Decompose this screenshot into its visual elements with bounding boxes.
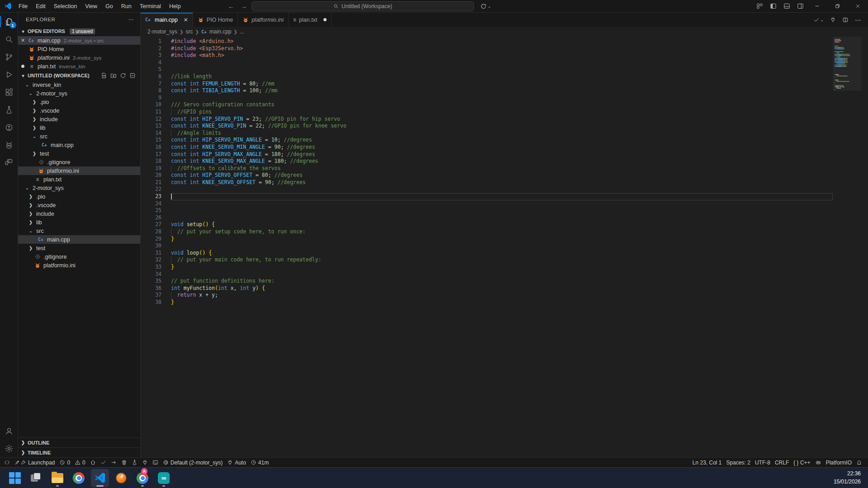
split-editor-icon[interactable] — [842, 17, 849, 23]
tree-item-platformio-ini[interactable]: platformio.ini — [18, 261, 140, 270]
activity-extensions-icon[interactable] — [0, 83, 18, 101]
breadcrumb-item[interactable]: src — [185, 28, 193, 35]
status-ln-23-col-1[interactable]: Ln 23, Col 1 — [690, 458, 724, 468]
new-file-icon[interactable] — [101, 72, 107, 79]
activity-remote-explorer-icon[interactable] — [0, 118, 18, 136]
close-tab-icon[interactable]: ✕ — [184, 17, 188, 23]
open-editor-item[interactable]: PIO Home — [18, 45, 140, 53]
open-editor-item[interactable]: platformio.ini2-motor_sys — [18, 53, 140, 62]
more-actions-icon[interactable]: ⋯ — [855, 16, 862, 24]
breadcrumb-item[interactable]: ... — [240, 28, 244, 35]
tree-item--vscode[interactable]: ❯.vscode — [18, 201, 140, 209]
activity-files-icon[interactable]: 1 — [0, 13, 18, 30]
activity-platformio-icon[interactable] — [0, 136, 18, 154]
taskbar-vscode-icon[interactable] — [91, 469, 109, 487]
breadcrumb-item[interactable]: main.cpp — [209, 28, 232, 35]
status-utf-8[interactable]: UTF-8 — [753, 458, 773, 468]
forward-button[interactable]: → — [239, 3, 249, 10]
status-flask[interactable] — [129, 458, 140, 468]
close-editor-icon[interactable]: ✕ — [18, 38, 28, 43]
refresh-icon[interactable] — [120, 72, 126, 79]
breadcrumb-item[interactable]: 2-motor_sys — [147, 28, 177, 35]
toggle-secondary-sidebar-icon[interactable] — [793, 0, 807, 13]
menu-selection[interactable]: Selection — [50, 0, 81, 13]
close-button[interactable] — [848, 0, 868, 13]
activity-run-debug-icon[interactable] — [0, 66, 18, 83]
sync-dropdown-icon[interactable]: ⌄ — [480, 3, 491, 9]
tree-item-plan-txt[interactable]: ≡plan.txt — [18, 175, 140, 184]
workspace-header[interactable]: ▾ UNTITLED (WORKSPACE) — [18, 71, 140, 81]
menu-help[interactable]: Help — [165, 0, 185, 13]
modified-dot-icon[interactable] — [323, 18, 327, 21]
customize-layout-icon[interactable] — [753, 0, 766, 13]
status-auto[interactable]: Auto — [225, 458, 248, 468]
status-launchpad[interactable]: Launchpad — [12, 458, 57, 468]
taskbar-chrome-profile-icon[interactable]: A — [133, 469, 152, 487]
taskbar-arduino-icon[interactable]: ∞ — [155, 469, 173, 487]
status-home[interactable] — [88, 458, 98, 468]
run-build-task-icon[interactable]: ⌄ — [813, 17, 824, 23]
status-trash[interactable] — [119, 458, 129, 468]
timeline-header[interactable]: ❯ TIMELINE — [18, 447, 140, 457]
menu-terminal[interactable]: Terminal — [136, 0, 165, 13]
status-platformio[interactable]: PlatformIO — [824, 458, 854, 468]
tree-item-test[interactable]: ❯test — [18, 244, 140, 252]
taskbar-clock[interactable]: 22:36 15/01/2026 — [834, 470, 868, 486]
tab-plan-txt[interactable]: ≡plan.txt — [289, 13, 332, 27]
toggle-panel-icon[interactable] — [780, 0, 793, 13]
back-button[interactable]: ← — [226, 3, 236, 10]
explorer-more-actions-icon[interactable]: ⋯ — [128, 16, 134, 23]
minimap[interactable] — [833, 37, 868, 457]
status-check[interactable] — [98, 458, 109, 468]
tree-item-lib[interactable]: ❯lib — [18, 123, 140, 132]
tree-item-2-motor-sys[interactable]: ⌄2-motor_sys — [18, 184, 140, 192]
status-41m[interactable]: 41m — [248, 458, 271, 468]
status-arrow-right[interactable] — [109, 458, 119, 468]
tree-item-src[interactable]: ⌄src — [18, 227, 140, 235]
serial-monitor-icon[interactable] — [830, 17, 836, 23]
status-copilot[interactable] — [813, 458, 824, 468]
status-bell[interactable] — [854, 458, 864, 468]
minimize-button[interactable] — [807, 0, 827, 13]
status-terminal[interactable] — [150, 458, 161, 468]
tree-item-inverse-kin[interactable]: ⌄inverse_kin — [18, 81, 140, 89]
tree-item--pio[interactable]: ❯.pio — [18, 98, 140, 106]
menu-edit[interactable]: Edit — [32, 0, 50, 13]
tree-item--gitignore[interactable]: .gitignore — [18, 252, 140, 261]
tree-item-2-motor-sys[interactable]: ⌄2-motor_sys — [18, 89, 140, 98]
taskbar-file-explorer-icon[interactable] — [48, 469, 66, 487]
status--c-[interactable]: { } C++ — [791, 458, 812, 468]
tree-item-lib[interactable]: ❯lib — [18, 218, 140, 227]
toggle-sidebar-icon[interactable] — [766, 0, 780, 13]
tree-item--gitignore[interactable]: .gitignore — [18, 158, 140, 166]
status-plug[interactable] — [140, 458, 150, 468]
taskbar-chrome-icon[interactable] — [70, 469, 88, 487]
tree-item-src[interactable]: ⌄src — [18, 132, 140, 141]
status-0[interactable]: 0 — [57, 458, 72, 468]
activity-account-icon[interactable] — [0, 422, 18, 440]
tree-item-test[interactable]: ❯test — [18, 149, 140, 158]
status-remote[interactable] — [2, 458, 12, 468]
open-editors-header[interactable]: ▾ OPEN EDITORS 1 unsaved — [18, 26, 140, 36]
tree-item-platformio-ini[interactable]: platformio.ini — [18, 166, 140, 175]
tree-item-include[interactable]: ❯include — [18, 115, 140, 123]
status-0[interactable]: 0 — [72, 458, 88, 468]
breadcrumb[interactable]: 2-motor_sys❯src❯C+main.cpp❯... — [141, 27, 868, 37]
outline-header[interactable]: ❯ OUTLINE — [18, 437, 140, 447]
taskbar-start-icon[interactable] — [6, 469, 24, 487]
menu-run[interactable]: Run — [117, 0, 136, 13]
tree-item-include[interactable]: ❯include — [18, 209, 140, 218]
menu-view[interactable]: View — [81, 0, 101, 13]
tab-platformio-ini[interactable]: platformio.ini — [238, 13, 289, 27]
taskbar-task-view-icon[interactable] — [27, 469, 45, 487]
activity-source-control-icon[interactable] — [0, 48, 18, 66]
activity-testing-icon[interactable] — [0, 101, 18, 118]
new-folder-icon[interactable] — [110, 72, 117, 79]
activity-settings-icon[interactable] — [0, 440, 18, 457]
menu-file[interactable]: File — [14, 0, 32, 13]
tab-pio-home[interactable]: PIO Home — [193, 13, 238, 27]
activity-python-icon[interactable] — [0, 154, 18, 171]
status-crlf[interactable]: CRLF — [773, 458, 791, 468]
tree-item-main-cpp[interactable]: C+main.cpp — [18, 235, 140, 244]
tab-main-cpp[interactable]: C+main.cpp✕ — [141, 13, 193, 27]
